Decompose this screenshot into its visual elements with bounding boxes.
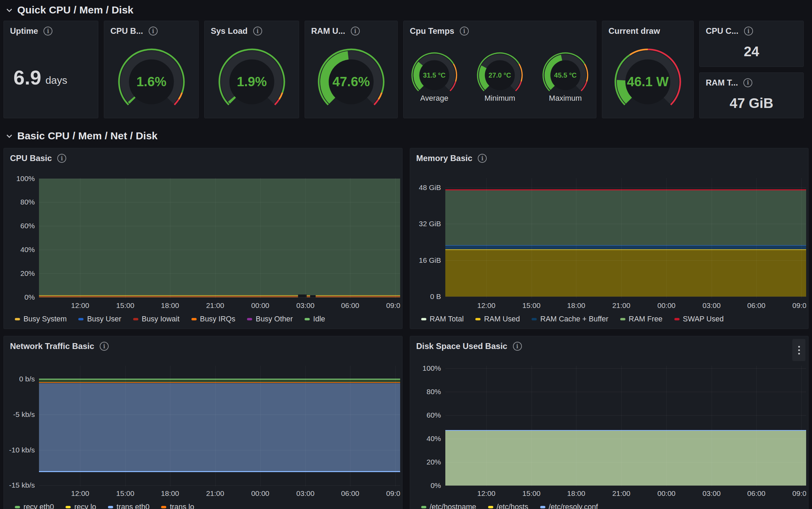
legend-item[interactable]: trans eth0 (108, 503, 150, 509)
legend-swatch (421, 318, 426, 320)
temp-maximum: 45.5 °C Maximum (536, 51, 595, 103)
info-icon[interactable] (743, 78, 752, 87)
v-gridline (170, 178, 170, 298)
legend-item[interactable]: Busy Other (247, 315, 293, 323)
temp-maximum-gauge: 45.5 °C (536, 51, 595, 92)
x-tick-label: 03:00 (296, 301, 315, 310)
panel-title: RAM T... (706, 78, 738, 88)
panel-menu-button[interactable] (792, 339, 805, 361)
memory-basic-plot[interactable] (445, 178, 806, 298)
x-tick-label: 21:00 (206, 301, 224, 310)
legend-label: Busy User (87, 315, 121, 323)
h-gridline (445, 368, 806, 369)
legend-label: RAM Cache + Buffer (540, 315, 608, 323)
legend-item[interactable]: RAM Cache + Buffer (532, 315, 608, 323)
info-icon[interactable] (478, 154, 487, 163)
v-gridline (532, 178, 532, 298)
legend-swatch (15, 318, 20, 320)
legend-swatch (133, 318, 138, 320)
panel-cpu-basic: CPU Basic 100%80%60%40%20%0% 12:0015:001… (3, 148, 403, 329)
info-icon[interactable] (351, 27, 360, 36)
x-tick-label: 12:00 (71, 489, 89, 498)
y-axis: 100%80%60%40%20%0% (410, 366, 445, 486)
v-gridline (215, 366, 216, 486)
y-tick-label: 60% (426, 411, 441, 419)
panel-cpu-temps: Cpu Temps 31.5 °C Average 27.0 °C Minimu… (403, 21, 596, 118)
h-gridline (39, 379, 400, 379)
ram-free-area (445, 190, 806, 246)
y-tick-label: 40% (20, 246, 35, 254)
legend-item[interactable]: RAM Total (421, 315, 464, 323)
trans-eth0-line (39, 471, 400, 472)
info-icon[interactable] (513, 342, 522, 351)
legend-swatch (421, 506, 426, 508)
panel-header: Network Traffic Basic (4, 336, 402, 352)
h-gridline (39, 179, 400, 179)
info-icon[interactable] (253, 27, 262, 36)
legend-item[interactable]: Busy Iowait (133, 315, 180, 323)
legend-item[interactable]: trans lo (161, 503, 194, 509)
legend-item[interactable]: /etc/resolv.conf (540, 503, 598, 509)
info-icon[interactable] (744, 27, 753, 36)
v-gridline (666, 178, 667, 298)
y-tick-label: 100% (423, 364, 441, 372)
info-icon[interactable] (43, 27, 52, 36)
legend-swatch (15, 506, 20, 508)
swap-used-line (445, 189, 806, 190)
info-icon[interactable] (460, 27, 469, 36)
panel-current-draw: Current draw 46.1 W (602, 21, 694, 118)
panel-cpu-cores: CPU C... 24 (699, 21, 804, 67)
legend-swatch (66, 506, 71, 508)
legend-item[interactable]: RAM Free (620, 315, 663, 323)
idle-area (39, 179, 400, 297)
legend-item[interactable]: /etc/hosts (488, 503, 528, 509)
x-tick-label: 09:00 (386, 301, 400, 310)
charts-grid: CPU Basic 100%80%60%40%20%0% 12:0015:001… (3, 148, 809, 509)
info-icon[interactable] (57, 154, 66, 163)
legend-label: RAM Total (430, 315, 464, 323)
x-tick-label: 12:00 (71, 301, 89, 310)
panel-header: RAM U... (305, 21, 397, 37)
legend-label: trans eth0 (117, 503, 150, 509)
info-icon[interactable] (149, 27, 158, 36)
panel-title: Memory Basic (416, 153, 473, 163)
network-traffic-plot[interactable] (39, 366, 400, 486)
ram-total-value: 47 GiB (700, 89, 803, 118)
h-gridline (445, 439, 806, 439)
chevron-down-icon (6, 132, 13, 140)
panel-ram-used: RAM U... 47.6% (305, 21, 398, 118)
legend-item[interactable]: Busy IRQs (191, 315, 236, 323)
section-header-quick[interactable]: Quick CPU / Mem / Disk (6, 3, 809, 17)
legend-swatch (191, 318, 197, 320)
legend-swatch (161, 506, 166, 508)
panel-title: RAM U... (311, 26, 345, 36)
legend-item[interactable]: SWAP Used (674, 315, 724, 323)
cpu-basic-plot[interactable] (39, 178, 400, 298)
x-tick-label: 18:00 (567, 301, 585, 310)
svg-text:45.5 °C: 45.5 °C (554, 71, 576, 79)
legend-item[interactable]: /etc/hostname (421, 503, 476, 509)
legend-item[interactable]: Busy System (15, 315, 67, 323)
legend-item[interactable]: recv eth0 (15, 503, 54, 509)
y-tick-label: 0 B (430, 292, 441, 301)
v-gridline (395, 366, 396, 486)
h-gridline (39, 297, 400, 298)
h-gridline (445, 392, 806, 392)
v-gridline (621, 366, 622, 486)
info-icon[interactable] (100, 342, 109, 351)
legend-item[interactable]: RAM Used (475, 315, 520, 323)
panel-network-traffic-basic: Network Traffic Basic 0 b/s-5 kb/s-10 kb… (3, 336, 403, 509)
y-tick-label: -10 kb/s (9, 446, 35, 454)
disk-space-plot[interactable] (445, 366, 806, 486)
panel-header: Disk Space Used Basic (410, 336, 809, 352)
temp-minimum: 27.0 °C Minimum (470, 51, 529, 103)
legend-label: RAM Free (629, 315, 663, 323)
legend-item[interactable]: Idle (305, 315, 325, 323)
ram-cache-area (445, 246, 806, 249)
v-gridline (576, 366, 576, 486)
section-header-basic[interactable]: Basic CPU / Mem / Net / Disk (6, 129, 809, 143)
legend-item[interactable]: Busy User (78, 315, 121, 323)
panel-title: Disk Space Used Basic (416, 341, 507, 351)
v-gridline (260, 366, 261, 486)
legend-item[interactable]: recv lo (66, 503, 96, 509)
